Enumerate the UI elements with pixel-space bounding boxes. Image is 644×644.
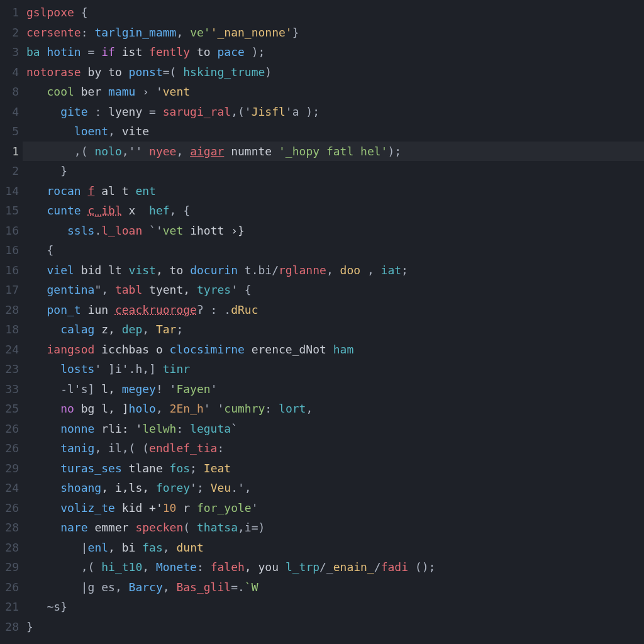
code-line[interactable]: shoang, i,ls, forey'; Veu.', — [26, 478, 644, 498]
line-number: 2 — [0, 161, 19, 181]
code-line[interactable]: no bg l, ]holo, 2En_h' 'cumhry: lort, — [26, 399, 644, 419]
code-line[interactable]: } — [26, 617, 644, 637]
code-token — [26, 264, 47, 277]
line-number: 18 — [0, 319, 19, 340]
code-line[interactable]: cersente: tarlgin_mamm, ve''_nan_nonne'} — [26, 23, 644, 43]
code-token: , — [142, 323, 156, 336]
code-line[interactable]: ,( hi_t10, Monete: faleh, you l_trp/_ena… — [26, 557, 644, 577]
code-token: ,(' — [231, 105, 252, 118]
code-token: ' { — [231, 283, 252, 296]
code-line[interactable]: cool ber mamu › 'vent — [26, 82, 644, 102]
code-token — [26, 402, 60, 415]
code-line[interactable]: |g es, Barcy, Bas_glil=.`W — [26, 577, 644, 597]
code-line[interactable]: losts' ]i'.h,] tinr — [26, 359, 644, 379]
line-number: 4 — [0, 62, 19, 82]
code-line[interactable]: nonne rli: 'lelwh: leguta` — [26, 419, 644, 439]
code-token: enl — [88, 541, 109, 554]
code-token: '; — [190, 481, 211, 494]
code-line[interactable]: tanig, il,( (endlef_tia: — [26, 438, 644, 458]
code-line[interactable]: gslpoxe { — [26, 3, 644, 23]
code-token: ' ]i'.h,] — [94, 362, 162, 375]
code-line[interactable]: calag z, dep, Tar; — [26, 319, 644, 340]
code-token: to — [190, 45, 217, 58]
line-number: 14 — [0, 181, 19, 201]
code-token — [26, 283, 47, 296]
code-token: hef — [149, 204, 170, 217]
code-token: iangsod — [47, 343, 95, 356]
code-token: icchbas o — [94, 343, 169, 356]
code-token: clocsimirne — [170, 343, 245, 356]
code-line[interactable]: gite ː lyeny = sarugi_ral,('Jisfl'a ); — [26, 102, 644, 122]
code-line[interactable]: { — [26, 240, 644, 260]
code-line[interactable]: ~s} — [26, 597, 644, 617]
code-token: iat — [381, 264, 402, 277]
code-line[interactable]: cunte c_ibl x hef, { — [26, 201, 644, 221]
code-token: ,'' — [122, 145, 149, 158]
code-token: : — [197, 560, 211, 574]
code-token: = — [142, 105, 163, 118]
code-token: | — [26, 541, 88, 554]
code-line[interactable]: ,( nolo,'' nyee, aigar numnte '_hopy fat… — [26, 142, 644, 162]
code-line[interactable]: |enl, bi fas, dunt — [26, 538, 644, 558]
code-token: docurin — [190, 264, 238, 277]
code-line[interactable]: turas_ses tlane fos; Ieat — [26, 458, 644, 479]
code-line[interactable]: viel bid lt vist, to docurin t.bi/rglann… — [26, 260, 644, 280]
code-token: pon_t — [47, 303, 81, 316]
code-token: ) — [265, 65, 272, 79]
code-token: tyent, — [142, 283, 197, 296]
code-line[interactable]: ba hotin = if ist fently to pace ); — [26, 42, 644, 62]
code-token: ist — [115, 45, 149, 58]
code-token — [26, 441, 60, 455]
code-token: lyeny — [108, 105, 142, 118]
code-line[interactable]: -l's] l, megey! 'Fayen' — [26, 379, 644, 399]
code-token: ); — [245, 45, 265, 58]
code-token: forey — [156, 481, 190, 494]
code-token: ` — [231, 422, 238, 435]
code-token: , — [163, 541, 177, 554]
code-line[interactable]: loent, vite — [26, 121, 644, 142]
code-token — [26, 204, 47, 217]
code-token: calag — [60, 323, 94, 336]
code-token: tarlgin_mamm — [94, 26, 176, 39]
code-token: , — [142, 560, 156, 574]
code-line[interactable]: voliz_te kid +'10 r for_yole' — [26, 498, 644, 518]
code-line[interactable]: gentina", tabl tyent, tyres' { — [26, 280, 644, 300]
code-line[interactable]: ssls.l_loan `'vet ihott ›} — [26, 221, 644, 241]
code-token: megey — [122, 382, 156, 396]
code-token: fas — [142, 541, 163, 554]
code-token: rglanne — [279, 264, 326, 277]
line-number: 2 — [0, 23, 19, 43]
code-token: ent — [135, 184, 156, 197]
code-token: l, — [94, 382, 121, 396]
code-token: : — [81, 26, 95, 39]
code-token: tabl — [115, 283, 142, 296]
code-token: `W — [245, 580, 258, 594]
line-number: 26 — [0, 577, 19, 597]
code-line[interactable]: iangsod icchbas o clocsimirne erence_dNo… — [26, 340, 644, 360]
code-token — [26, 85, 47, 98]
code-token: lort — [279, 402, 306, 415]
code-token: /_ — [319, 560, 333, 574]
code-token: bg l, ] — [74, 402, 129, 415]
code-token: leguta — [190, 422, 231, 435]
code-token: } — [26, 620, 33, 633]
code-line[interactable]: rocan f al t ent — [26, 181, 644, 201]
code-area[interactable]: gslpoxe {cersente: tarlgin_mamm, ve''_na… — [26, 3, 644, 644]
code-token — [26, 521, 60, 534]
code-token: vent — [163, 85, 190, 98]
code-line[interactable]: notorase by to ponst=( hsking_trume) — [26, 62, 644, 82]
line-number: 26 — [0, 419, 19, 439]
code-token: erence_dNot — [245, 343, 333, 356]
code-line[interactable]: pon_t iun ceackruorogeʔ : .dRuc — [26, 300, 644, 320]
code-token: ber — [74, 85, 108, 98]
line-number: 25 — [0, 399, 19, 419]
code-token: iun — [81, 303, 115, 316]
code-line[interactable]: } — [26, 161, 644, 181]
code-token: vist — [129, 264, 156, 277]
code-token: , { — [170, 204, 191, 217]
code-token: tanig — [60, 441, 94, 455]
code-token: tlane — [122, 462, 170, 475]
code-line[interactable]: nare emmer specken( thatsa,i=) — [26, 518, 644, 538]
code-editor[interactable]: 1234845121415161616172818242333252626292… — [0, 0, 644, 644]
line-number: 28 — [0, 617, 19, 637]
